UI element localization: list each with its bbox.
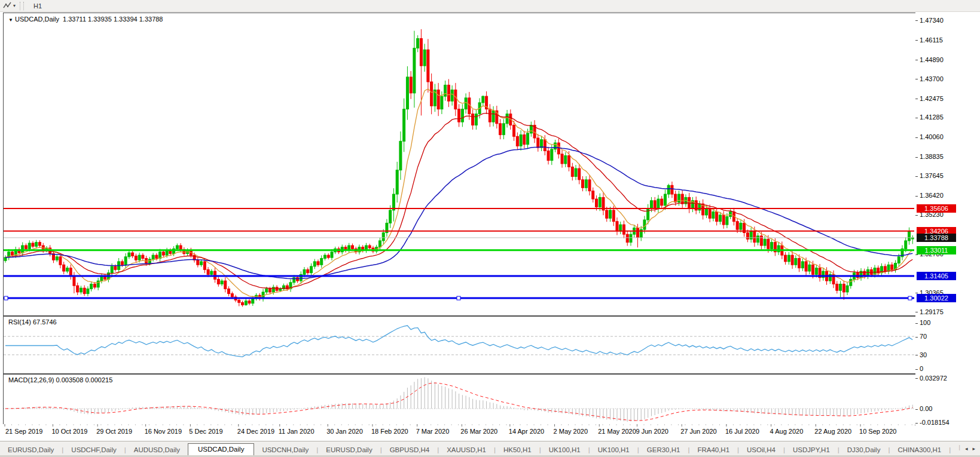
chart-tab-dj30-daily[interactable]: DJ30,Daily [839, 444, 889, 456]
date-label: 2 May 2020 [554, 428, 588, 435]
chart-tab-usoil-h4[interactable]: USOil,H4 [739, 444, 783, 456]
date-label: 21 Sep 2019 [5, 428, 42, 435]
tab-scroll-left-icon[interactable]: ◂ [965, 446, 968, 452]
date-label: 7 Mar 2020 [416, 428, 450, 435]
chart-tab-china300-h1[interactable]: CHINA300,H1 [890, 444, 949, 456]
price-tick-1.36420: 1.36420 [915, 192, 944, 199]
symbol-dropdown-icon[interactable]: ▼ [8, 17, 13, 23]
chart-tab-uk100-h1[interactable]: UK100,H1 [590, 444, 637, 456]
date-label: 4 Aug 2020 [770, 428, 804, 435]
tab-scroll-right-icon[interactable]: ▸ [972, 446, 975, 452]
price-tick-1.37645: 1.37645 [915, 172, 944, 179]
level-badge-1.35606: 1.35606 [917, 204, 956, 213]
macd-histogram [5, 377, 912, 421]
current-price-badge: 1.33788 [917, 234, 956, 242]
tab-scroll-arrows: | ◂ ▸ [954, 441, 980, 456]
drawing-tool-group[interactable]: ▾ [0, 0, 19, 11]
date-label: 9 Jun 2020 [636, 428, 668, 435]
hline-handle[interactable] [908, 296, 912, 300]
price-tick-1.42475: 1.42475 [915, 95, 944, 102]
chart-tabs: EURUSD,Daily|USDCHF,Daily|AUDUSD,DailyUS… [0, 441, 954, 456]
rsi-label: RSI(14) 67.5746 [8, 318, 57, 326]
chart-tab-bar: EURUSD,Daily|USDCHF,Daily|AUDUSD,DailyUS… [0, 441, 980, 456]
chart-tab-usdchf-daily[interactable]: USDCHF,Daily [63, 444, 124, 456]
hline-handle[interactable] [457, 296, 460, 300]
date-label: 5 Dec 2019 [189, 428, 222, 435]
price-axis[interactable]: 1.473401.461151.448901.437001.424751.412… [915, 13, 980, 425]
chart-title: ▼ USDCAD,Daily 1.33711 1.33935 1.33394 1… [8, 16, 163, 23]
chart-tab-eurusd-daily[interactable]: EURUSD,Daily [0, 444, 62, 456]
chart-tab-audusd-daily[interactable]: AUDUSD,Daily [126, 444, 188, 456]
rsi-tick-100: 100 [915, 319, 930, 326]
date-label: 10 Sep 2020 [859, 428, 896, 435]
chart-tab-usdcad-daily[interactable]: USDCAD,Daily [188, 443, 254, 456]
rsi-plot [4, 317, 914, 372]
date-label: 18 Feb 2020 [371, 428, 408, 435]
chart-tab-hk50-h1[interactable]: HK50,H1 [496, 444, 539, 456]
chevron-down-icon[interactable]: ▾ [13, 3, 16, 8]
chart-tab-ger30-h1[interactable]: GER30,H1 [639, 444, 688, 456]
date-axis[interactable]: 21 Sep 201910 Oct 201929 Oct 201916 Nov … [3, 424, 915, 440]
level-badge-1.33011: 1.33011 [917, 246, 956, 254]
date-label: 11 Jan 2020 [279, 428, 315, 435]
date-label: 26 Mar 2020 [460, 428, 497, 435]
level-badge-1.30022: 1.30022 [917, 294, 956, 302]
chart-tab-uk100-h1[interactable]: UK100,H1 [541, 444, 588, 456]
date-label: 22 Aug 2020 [814, 428, 851, 435]
crosshair-tool-icon [3, 2, 11, 10]
price-chart-panel[interactable]: ▼ USDCAD,Daily 1.33711 1.33935 1.33394 1… [3, 13, 916, 316]
rsi-tick-70: 70 [915, 333, 927, 340]
chart-tab-fra40-h1[interactable]: FRA40,H1 [689, 444, 737, 456]
chart-ohlc-values: 1.33711 1.33935 1.33394 1.33788 [63, 16, 163, 23]
macd-tick--0.018154: -0.018154 [915, 419, 950, 426]
chart-tab-gbpusd-h4[interactable]: GBPUSD,H4 [382, 444, 437, 456]
trading-terminal: ▾ M1M5M15M30H1H4D1W1MN ▼ USDCAD,Daily 1.… [0, 0, 980, 457]
macd-tick-0.00: 0.00 [915, 405, 932, 412]
date-label: 16 Nov 2019 [145, 428, 182, 435]
price-tick-1.40060: 1.40060 [915, 133, 944, 140]
chart-tab-usdcnh-daily[interactable]: USDCNH,Daily [254, 444, 316, 456]
price-tick-1.47340: 1.47340 [915, 17, 944, 24]
chart-tab-usdjpy-h1[interactable]: USDJPY,H1 [785, 444, 838, 456]
date-label: 21 May 2020 [598, 428, 636, 435]
macd-label: MACD(12,26,9) 0.003508 0.000215 [8, 376, 112, 384]
rsi-tick-30: 30 [915, 351, 927, 358]
candlestick-chart[interactable] [4, 13, 914, 314]
date-label: 16 Jul 2020 [725, 428, 759, 435]
date-label: 30 Jan 2020 [326, 428, 363, 435]
rsi-line [5, 326, 912, 357]
chart-tab-xauusd-h1[interactable]: XAUUSD,H1 [439, 444, 494, 456]
price-tick-1.44890: 1.44890 [915, 56, 944, 63]
macd-tick-0.032972: 0.032972 [915, 375, 947, 382]
timeframe-button-h1[interactable]: H1 [28, 1, 51, 11]
macd-panel[interactable]: MACD(12,26,9) 0.003508 0.000215 [3, 374, 916, 425]
date-label: 10 Oct 2019 [51, 428, 87, 435]
toolbar-grip [20, 2, 24, 10]
chart-symbol: USDCAD,Daily [15, 16, 59, 23]
date-label: 27 Jun 2020 [680, 428, 717, 435]
timeframe-toolbar: ▾ M1M5M15M30H1H4D1W1MN [0, 0, 980, 12]
date-label: 29 Oct 2019 [96, 428, 132, 435]
date-tick-marks [3, 424, 915, 427]
date-label: 24 Dec 2019 [237, 428, 274, 435]
price-tick-1.43700: 1.43700 [915, 75, 944, 82]
price-tick-1.41285: 1.41285 [915, 114, 944, 121]
level-badge-1.31405: 1.31405 [917, 272, 956, 280]
price-tick-1.38835: 1.38835 [915, 153, 944, 160]
macd-plot [4, 375, 914, 424]
date-label: 14 Apr 2020 [509, 428, 544, 435]
price-tick-1.29175: 1.29175 [915, 308, 944, 315]
price-tick-1.46115: 1.46115 [915, 36, 943, 44]
hline-handle[interactable] [4, 296, 8, 300]
chart-tab-eurusd-daily[interactable]: EURUSD,Daily [318, 444, 380, 456]
rsi-panel[interactable]: RSI(14) 67.5746 [3, 316, 916, 374]
rsi-tick-0: 0 [915, 365, 923, 372]
